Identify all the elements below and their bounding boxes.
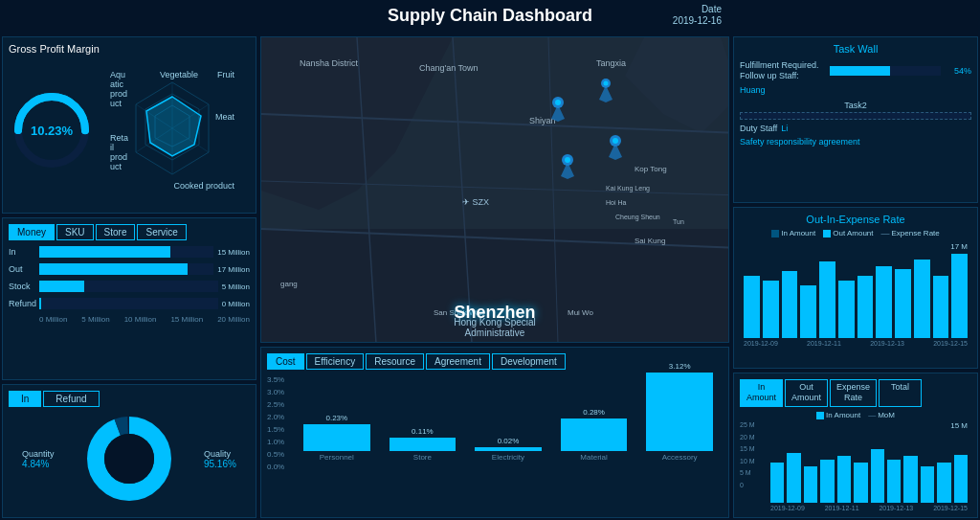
expense-bar-7 <box>876 266 892 338</box>
svg-text:Kai Kung Leng: Kai Kung Leng <box>606 185 650 192</box>
task-progress-bar <box>830 66 941 76</box>
expense-legend: In Amount Out Amount — Expense Rate <box>740 229 971 238</box>
vertical-bar-chart: 0.23% Personnel 0.11% Store 0.02% Electr… <box>294 375 723 462</box>
donut-label-quantity: Quantity4.84% <box>22 449 55 469</box>
followup-staff-name: Huang <box>740 85 766 95</box>
fulfillment-label: Fulfillment Required. Follow up Staff: <box>740 60 826 81</box>
expense-x-labels: 2019-12-09 2019-12-11 2019-12-13 2019-12… <box>740 340 971 347</box>
donut-chart <box>81 411 177 507</box>
summary-bar-4 <box>837 456 851 503</box>
duty-name: Li <box>781 124 788 133</box>
radar-chart: Vegetable Aquaticproduct Fruit Meat Cook… <box>95 68 250 192</box>
svg-text:Nansha District: Nansha District <box>300 58 359 68</box>
task-wall-title: Task Wall <box>740 43 971 55</box>
svg-text:Cheung Sheun: Cheung Sheun <box>615 214 660 221</box>
task2-label: Task2 <box>740 101 971 110</box>
gross-profit-panel: Gross Profit Margin 10.23% <box>2 36 256 214</box>
middle-column: Nansha District Chang'an Town Tangxia Sh… <box>258 34 731 520</box>
task2-row: Task2 <box>740 101 971 120</box>
tab-sku[interactable]: SKU <box>56 224 94 240</box>
radar-label-retail: Retailproduct <box>110 133 128 171</box>
task2-bar <box>740 112 971 120</box>
vbar-y-axis: 3.5% 3.0% 2.5% 2.0% 1.5% 1.0% 0.5% 0.0% <box>267 375 294 471</box>
duty-row: Duty Staff Li <box>740 124 971 133</box>
summary-legend-in-dot <box>816 412 824 419</box>
date-label: Date <box>702 4 722 14</box>
expense-bar-6 <box>858 276 874 338</box>
horizontal-bar-chart: In 15 Million Out 17 Million Stock 5 Mil… <box>9 246 250 324</box>
expense-bar-3 <box>800 285 816 338</box>
radar-label-vegetable: Vegetable <box>160 70 198 79</box>
vbar-accessory: 3.12% Accessory <box>646 362 713 462</box>
bar-row-out: Out 17 Million <box>9 263 250 275</box>
radar-label-fruit: Fruit <box>217 70 234 79</box>
task-staff-row: Huang <box>740 85 971 95</box>
svg-text:Mui Wo: Mui Wo <box>568 308 594 317</box>
summary-x-labels: 2019-12-09 2019-12-11 2019-12-13 2019-12… <box>767 505 971 511</box>
svg-text:Shiyan: Shiyan <box>529 116 556 125</box>
svg-text:gang: gang <box>280 280 298 288</box>
donut-content: Quantity4.84% Quality95.16% <box>9 411 250 507</box>
summary-tab-expense-rate[interactable]: ExpenseRate <box>830 379 877 407</box>
svg-text:Kop Tong: Kop Tong <box>635 165 667 173</box>
money-tabs: Money SKU Store Service <box>9 224 250 240</box>
legend-out-amount-label: Out Amount <box>833 229 873 237</box>
summary-bar-7 <box>887 460 901 504</box>
svg-text:✈ SZX: ✈ SZX <box>462 197 489 207</box>
legend-in-amount-dot <box>771 230 779 237</box>
expense-rate-panel: Out-In-Expense Rate In Amount Out Amount… <box>733 207 978 369</box>
expense-bar-10 <box>933 276 949 338</box>
legend-out-amount-dot <box>823 230 831 237</box>
vbar-personnel: 0.23% Personnel <box>303 414 370 462</box>
summary-bar-1 <box>787 453 800 504</box>
summary-tab-out-amount[interactable]: OutAmount <box>785 379 828 407</box>
safety-label: Safety responsibility agreement <box>740 137 860 147</box>
svg-text:Chang'an Town: Chang'an Town <box>419 63 479 73</box>
summary-legend: In Amount — MoM <box>740 411 971 419</box>
summary-bar-10 <box>937 463 950 503</box>
gauge-value: 10.23% <box>31 124 73 138</box>
summary-section: InAmount OutAmount ExpenseRate Total In … <box>733 373 978 518</box>
summary-bar-8 <box>903 456 917 503</box>
tab-service[interactable]: Service <box>137 224 186 240</box>
tab-development[interactable]: Development <box>492 353 566 370</box>
expense-rate-title: Out-In-Expense Rate <box>740 214 971 225</box>
vbar-material: 0.28% Material <box>561 408 628 462</box>
tab-money[interactable]: Money <box>9 224 55 240</box>
donut-tab-in[interactable]: In <box>9 391 41 407</box>
svg-text:Sai Kung: Sai Kung <box>635 237 665 245</box>
map-background: Nansha District Chang'an Town Tangxia Sh… <box>261 37 728 342</box>
gross-profit-title: Gross Profit Margin <box>9 43 250 55</box>
tab-store[interactable]: Store <box>96 224 136 240</box>
summary-value-label: 15 M <box>950 421 968 430</box>
summary-y-labels: 25 M 20 M 15 M 10 M 5 M 0 <box>740 421 767 488</box>
tab-efficiency[interactable]: Efficiency <box>306 353 365 370</box>
summary-bar-2 <box>804 466 817 504</box>
map-section: Nansha District Chang'an Town Tangxia Sh… <box>260 36 729 343</box>
tab-agreement[interactable]: Agreement <box>426 353 490 370</box>
left-column: Gross Profit Margin 10.23% <box>0 34 258 520</box>
gauge-chart: 10.23% <box>9 87 95 173</box>
svg-point-48 <box>604 81 609 86</box>
donut-tab-refund[interactable]: Refund <box>43 391 99 407</box>
tab-resource[interactable]: Resource <box>366 353 424 370</box>
summary-tabs: InAmount OutAmount ExpenseRate Total <box>740 379 971 407</box>
bar-row-refund: Refund 0 Million <box>9 298 250 309</box>
expense-bar-9 <box>914 260 930 338</box>
summary-tab-total[interactable]: Total <box>879 379 922 407</box>
tab-cost[interactable]: Cost <box>267 353 304 370</box>
summary-bar-3 <box>820 460 834 504</box>
expense-bar-11 <box>951 254 968 338</box>
legend-expense-rate-label: Expense Rate <box>892 229 940 237</box>
vbar-electricity: 0.02% Electricity <box>475 437 542 462</box>
donut-labels-left: Quantity4.84% <box>22 449 55 469</box>
summary-tab-in-amount[interactable]: InAmount <box>740 379 783 407</box>
radar-label-meat: Meat <box>215 112 234 122</box>
map-subtitle: Hong Kong SpecialAdministrative <box>454 317 536 338</box>
summary-bar-11 <box>954 455 968 503</box>
header: Supply Chain Dashboard Date 2019-12-16 <box>0 0 980 34</box>
legend-in-amount-label: In Amount <box>781 229 815 237</box>
donut-section: In Refund Quantity4.84% <box>2 384 256 518</box>
svg-point-42 <box>612 138 618 144</box>
task-progress-pct: 54% <box>945 66 971 76</box>
